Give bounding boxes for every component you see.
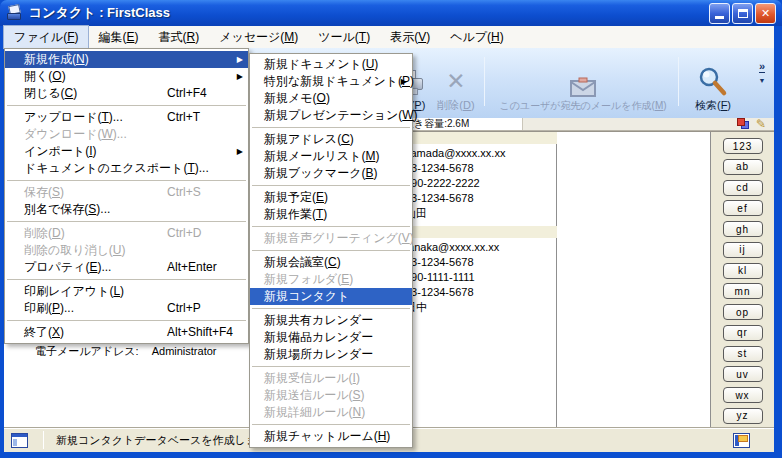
minimize-icon xyxy=(715,16,724,19)
pencil-icon[interactable]: ✎ xyxy=(756,118,766,131)
menu-separator xyxy=(252,226,410,227)
contact-list-item[interactable]: tanaka@xxxx.xx.xx 03-1234-5678 090-1111-… xyxy=(390,226,557,315)
file-menu-item-undelete: 削除の取り消し(U) xyxy=(5,242,248,259)
submenu-arrow-icon: ▶ xyxy=(237,143,243,160)
menu-separator xyxy=(252,185,410,186)
alpha-tab-wx[interactable]: wx xyxy=(723,387,763,403)
file-menu-item-save: 保存(S) Ctrl+S xyxy=(5,184,248,201)
submenu-item-new-bookmark[interactable]: 新規ブックマーク(B) xyxy=(250,165,412,182)
file-menu-item-exit[interactable]: 終了(X) Alt+Shift+F4 xyxy=(5,324,248,341)
menubar-item-file[interactable]: ファイル(F) xyxy=(4,26,88,48)
file-menu-item-properties[interactable]: プロパティ(E)... Alt+Enter xyxy=(5,259,248,276)
alpha-tab-123[interactable]: 123 xyxy=(723,138,763,154)
status-text: 新規コンタクトデータベースを作成します。 xyxy=(56,428,279,452)
submenu-arrow-icon: ▶ xyxy=(401,73,407,90)
delete-button: ✕ 削除(D) xyxy=(428,53,484,113)
contact-mobile: 090-2222-2222 xyxy=(390,176,557,191)
file-menu-item-open[interactable]: 開く(O) ▶ xyxy=(5,68,248,85)
file-menu-item-upload[interactable]: アップロード(T)... Ctrl+T xyxy=(5,109,248,126)
contact-email: tanaka@xxxx.xx.xx xyxy=(390,240,557,255)
contact-email: yamada@xxxx.xx.xx xyxy=(390,146,557,161)
alpha-tab-yz[interactable]: yz xyxy=(723,408,763,424)
menu-separator xyxy=(7,180,246,181)
overlapping-squares-icon[interactable] xyxy=(736,118,751,131)
alpha-tab-op[interactable]: op xyxy=(723,304,763,320)
status-window-icon xyxy=(11,433,28,448)
file-menu-item-close[interactable]: 閉じる(C) Ctrl+F4 xyxy=(5,85,248,102)
submenu-item-new-resource-calendar[interactable]: 新規備品カレンダー xyxy=(250,329,412,346)
submenu-item-new-folder: 新規フォルダ(E) xyxy=(250,271,412,288)
close-button[interactable]: ✕ xyxy=(755,3,776,24)
contact-name: 田中 xyxy=(390,300,557,315)
alpha-tab-uv[interactable]: uv xyxy=(723,366,763,382)
submenu-item-new-task[interactable]: 新規作業(T) xyxy=(250,206,412,223)
contact-mobile: 090-1111-1111 xyxy=(390,270,557,285)
alpha-tab-column: 123 ab cd ef gh ij kl mn op qr st uv wx … xyxy=(710,132,774,427)
file-menu-item-import[interactable]: インポート(I) ▶ xyxy=(5,143,248,160)
submenu-item-new-chat-room[interactable]: 新規チャットルーム(H) xyxy=(250,428,412,445)
maximize-button[interactable] xyxy=(732,3,753,24)
contact-phone: 03-1234-5678 xyxy=(390,255,557,270)
menu-separator xyxy=(7,279,246,280)
search-button[interactable]: 検索(F) xyxy=(682,53,744,113)
alpha-tab-cd[interactable]: cd xyxy=(723,180,763,196)
submenu-item-new-shared-calendar[interactable]: 新規共有カレンダー xyxy=(250,312,412,329)
alpha-tab-ij[interactable]: ij xyxy=(723,242,763,258)
file-menu-item-save-as[interactable]: 別名で保存(S)... xyxy=(5,201,248,218)
minimize-button[interactable] xyxy=(709,3,730,24)
window-icon xyxy=(6,5,24,21)
email-address-row: 電子メールアドレス: Administrator xyxy=(35,344,216,359)
submenu-item-new-document[interactable]: 新規ドキュメント(U) xyxy=(250,56,412,73)
file-menu-item-new[interactable]: 新規作成(N) ▶ xyxy=(5,51,248,68)
file-menu-item-print[interactable]: 印刷(P)... Ctrl+P xyxy=(5,300,248,317)
menu-separator xyxy=(7,221,246,222)
contact-list-item[interactable]: yamada@xxxx.xx.xx 03-1234-5678 090-2222-… xyxy=(390,132,557,221)
contact-header-band xyxy=(390,132,557,144)
toolbar-separator xyxy=(484,57,485,106)
menubar-item-help[interactable]: ヘルプ(H) xyxy=(440,26,514,48)
submenu-item-new-receive-rule: 新規受信ルール(I) xyxy=(250,370,412,387)
submenu-item-new-conference[interactable]: 新規会議室(C) xyxy=(250,254,412,271)
submenu-item-special-new-document[interactable]: 特別な新規ドキュメント(P) ▶ xyxy=(250,73,412,90)
chevron-right-icon: » xyxy=(759,61,765,73)
file-menu-item-export-document[interactable]: ドキュメントのエクスポート(T)... xyxy=(5,160,248,177)
submenu-item-new-address[interactable]: 新規アドレス(C) xyxy=(250,131,412,148)
maximize-icon xyxy=(738,9,748,18)
submenu-item-new-memo[interactable]: 新規メモ(O) xyxy=(250,90,412,107)
alpha-tab-kl[interactable]: kl xyxy=(723,263,763,279)
window-controls: ✕ xyxy=(707,3,776,24)
contact-name: 山田 xyxy=(390,206,557,221)
file-menu-item-print-layout[interactable]: 印刷レイアウト(L) xyxy=(5,283,248,300)
toolbar-overflow-button[interactable]: » ▼ xyxy=(753,56,771,84)
menubar-item-edit[interactable]: 編集(E) xyxy=(88,26,148,48)
delete-x-icon: ✕ xyxy=(446,66,465,98)
close-icon: ✕ xyxy=(761,7,770,20)
menubar-item-format[interactable]: 書式(R) xyxy=(148,26,209,48)
submenu-item-new-mail-list[interactable]: 新規メールリスト(M) xyxy=(250,148,412,165)
alpha-tab-ef[interactable]: ef xyxy=(723,200,763,216)
submenu-item-new-contact[interactable]: 新規コンタクト xyxy=(250,288,412,305)
submenu-item-new-location-calendar[interactable]: 新規場所カレンダー xyxy=(250,346,412,363)
menubar-item-view[interactable]: 表示(V) xyxy=(380,26,440,48)
alpha-tab-qr[interactable]: qr xyxy=(723,325,763,341)
contact-fax: 03-1234-5678 xyxy=(390,285,557,300)
menu-separator xyxy=(252,308,410,309)
file-menu-item-delete: 削除(D) Ctrl+D xyxy=(5,225,248,242)
alpha-tab-mn[interactable]: mn xyxy=(723,283,763,299)
menubar-item-message[interactable]: メッセージ(M) xyxy=(209,26,308,48)
window-title: コンタクト : FirstClass xyxy=(29,4,170,22)
alpha-tab-gh[interactable]: gh xyxy=(723,221,763,237)
contact-fax: 03-1234-5678 xyxy=(390,191,557,206)
submenu-item-new-event[interactable]: 新規予定(E) xyxy=(250,189,412,206)
alpha-tab-st[interactable]: st xyxy=(723,346,763,362)
create-mail-to-user-button: このユーザが宛先のメールを作成(M) xyxy=(490,53,676,113)
toolbar-separator xyxy=(678,57,679,106)
app-window: コンタクト : FirstClass ✕ ファイル(F) 編集(E) 書式(R)… xyxy=(0,0,782,458)
file-menu: 新規作成(N) ▶ 開く(O) ▶ 閉じる(C) Ctrl+F4 アップロード(… xyxy=(4,48,249,344)
email-address-value: Administrator xyxy=(152,345,217,357)
menubar-item-tools[interactable]: ツール(T) xyxy=(308,26,380,48)
envelope-icon xyxy=(568,77,598,99)
submenu-item-new-presentation[interactable]: 新規プレゼンテーション(W) xyxy=(250,107,412,124)
alpha-tab-ab[interactable]: ab xyxy=(723,159,763,175)
new-submenu: 新規ドキュメント(U) 特別な新規ドキュメント(P) ▶ 新規メモ(O) 新規プ… xyxy=(249,53,413,448)
